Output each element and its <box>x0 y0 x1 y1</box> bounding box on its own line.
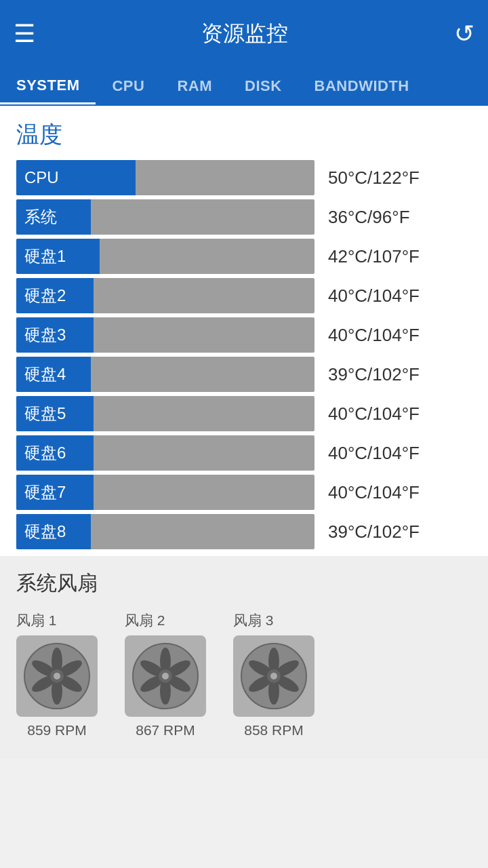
temp-bar-container: 硬盘3 <box>16 317 314 353</box>
fan-rpm: 858 RPM <box>244 722 304 738</box>
temp-bar-container: 硬盘7 <box>16 475 314 510</box>
temp-bar-label: 硬盘1 <box>24 245 66 267</box>
main-content: 温度 CPU 50°C/122°F 系统 36°C/96°F 硬盘1 42°C/… <box>0 106 488 759</box>
temp-bar-container: 硬盘4 <box>16 357 314 392</box>
tab-bar: SYSTEM CPU RAM DISK BANDWIDTH <box>0 68 488 106</box>
fan-icon <box>16 635 98 717</box>
temp-value: 40°C/104°F <box>328 482 472 503</box>
temperature-section-title: 温度 <box>0 106 488 160</box>
temp-bar-container: 硬盘8 <box>16 514 314 549</box>
temp-value: 40°C/104°F <box>328 403 472 425</box>
fan-label: 风扇 1 <box>16 611 57 630</box>
temp-bar-fill: 硬盘2 <box>16 278 94 313</box>
temp-value: 40°C/104°F <box>328 285 472 307</box>
temp-bar-label: 硬盘6 <box>24 442 66 464</box>
fan-label: 风扇 2 <box>125 611 165 630</box>
temp-bar-fill: CPU <box>16 160 136 195</box>
svg-point-8 <box>54 673 60 679</box>
fan-rpm: 867 RPM <box>136 722 195 738</box>
temp-bar-fill: 硬盘5 <box>16 396 94 431</box>
tab-bandwidth[interactable]: BANDWIDTH <box>298 68 426 104</box>
temp-bar-fill: 硬盘6 <box>16 435 94 471</box>
temp-bar-label: 硬盘2 <box>24 285 66 307</box>
svg-point-26 <box>270 673 277 679</box>
temp-value: 39°C/102°F <box>328 364 472 385</box>
temperature-rows: CPU 50°C/122°F 系统 36°C/96°F 硬盘1 42°C/107… <box>0 160 488 549</box>
temp-bar-container: 硬盘1 <box>16 239 314 274</box>
temp-bar-container: 硬盘2 <box>16 278 314 313</box>
app-header: ☰ 资源监控 ↺ <box>0 0 488 68</box>
temp-bar-fill: 硬盘1 <box>16 239 100 274</box>
temp-row: 硬盘4 39°C/102°F <box>0 357 488 392</box>
temp-value: 40°C/104°F <box>328 443 472 464</box>
fan-section-title: 系统风扇 <box>16 570 472 597</box>
temp-bar-container: CPU <box>16 160 314 195</box>
temp-row: 硬盘5 40°C/104°F <box>0 396 488 431</box>
refresh-icon[interactable]: ↺ <box>454 20 474 48</box>
temp-value: 50°C/122°F <box>328 167 472 189</box>
temp-row: 系统 36°C/96°F <box>0 199 488 235</box>
temp-value: 36°C/96°F <box>328 207 472 228</box>
temp-bar-fill: 系统 <box>16 199 91 235</box>
temp-bar-fill: 硬盘8 <box>16 514 91 549</box>
temp-bar-label: 硬盘5 <box>24 403 66 425</box>
temp-row: 硬盘7 40°C/104°F <box>0 475 488 510</box>
fan-row: 风扇 1 859 RPM 风扇 2 <box>16 611 472 738</box>
fan-item: 风扇 1 859 RPM <box>16 611 98 738</box>
temp-bar-label: 硬盘8 <box>24 521 66 542</box>
fan-icon <box>125 635 206 717</box>
fan-rpm: 859 RPM <box>27 722 87 738</box>
temp-bar-label: 硬盘3 <box>24 324 66 346</box>
fan-section: 系统风扇 风扇 1 859 RPM 风扇 2 <box>0 556 488 759</box>
temp-bar-container: 硬盘6 <box>16 435 314 471</box>
temp-row: CPU 50°C/122°F <box>0 160 488 195</box>
tab-cpu[interactable]: CPU <box>96 68 161 104</box>
fan-label: 风扇 3 <box>233 611 274 630</box>
temp-bar-label: 硬盘7 <box>24 481 66 503</box>
temp-bar-fill: 硬盘4 <box>16 357 91 392</box>
menu-icon[interactable]: ☰ <box>14 20 35 48</box>
tab-disk[interactable]: DISK <box>228 68 298 104</box>
temp-bar-label: 硬盘4 <box>24 363 66 385</box>
temp-bar-fill: 硬盘7 <box>16 475 94 510</box>
temp-bar-container: 系统 <box>16 199 314 235</box>
temp-row: 硬盘6 40°C/104°F <box>0 435 488 471</box>
temp-bar-label: 系统 <box>24 206 57 228</box>
temp-bar-fill: 硬盘3 <box>16 317 94 353</box>
temp-row: 硬盘3 40°C/104°F <box>0 317 488 353</box>
temp-value: 39°C/102°F <box>328 521 472 542</box>
svg-point-17 <box>162 673 169 679</box>
temp-value: 42°C/107°F <box>328 246 472 267</box>
fan-item: 风扇 3 858 RPM <box>233 611 314 738</box>
temp-row: 硬盘8 39°C/102°F <box>0 514 488 549</box>
temp-row: 硬盘1 42°C/107°F <box>0 239 488 274</box>
fan-item: 风扇 2 867 RPM <box>125 611 206 738</box>
app-title: 资源监控 <box>201 19 288 49</box>
tab-system[interactable]: SYSTEM <box>0 68 96 104</box>
temp-value: 40°C/104°F <box>328 325 472 346</box>
tab-ram[interactable]: RAM <box>161 68 228 104</box>
temp-bar-container: 硬盘5 <box>16 396 314 431</box>
temp-bar-label: CPU <box>24 168 59 187</box>
fan-icon <box>233 635 314 717</box>
temp-row: 硬盘2 40°C/104°F <box>0 278 488 313</box>
